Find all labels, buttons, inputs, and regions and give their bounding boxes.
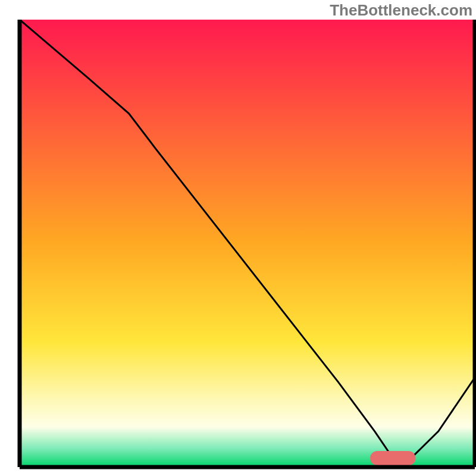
plot-svg xyxy=(0,0,476,476)
bottleneck-chart: TheBottleneck.com xyxy=(0,0,476,476)
gradient-background xyxy=(20,20,475,467)
optimal-marker xyxy=(370,451,416,465)
plot-area xyxy=(20,20,475,467)
